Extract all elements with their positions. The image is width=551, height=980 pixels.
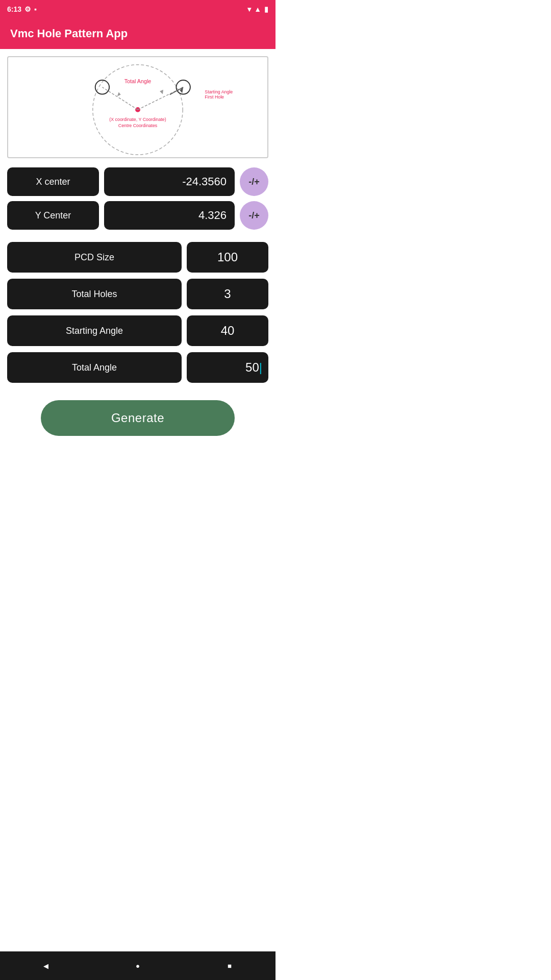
- x-center-row: X center -24.3560 -/+: [7, 167, 268, 196]
- diagram-svg: Total Angle Starting Angle First Hole (X…: [8, 57, 267, 157]
- app-title: Vmc Hole Pattern App: [10, 27, 128, 40]
- svg-text:(X coordinate, Y Coordinate): (X coordinate, Y Coordinate): [109, 117, 166, 122]
- total-angle-row: Total Angle 50: [7, 352, 268, 383]
- svg-marker-10: [117, 92, 121, 96]
- y-center-value[interactable]: 4.326: [104, 201, 235, 230]
- app-bar: Vmc Hole Pattern App: [0, 18, 276, 49]
- total-holes-value[interactable]: 3: [187, 279, 268, 309]
- generate-button[interactable]: Generate: [41, 400, 235, 436]
- svg-text:Total Angle: Total Angle: [124, 78, 152, 84]
- status-bar: 6:13 ⚙ ▪ ▾ ▲ ▮: [0, 0, 276, 18]
- total-holes-row: Total Holes 3: [7, 279, 268, 309]
- signal-icon: ▲: [254, 5, 261, 13]
- x-center-label[interactable]: X center: [7, 167, 99, 196]
- svg-text:Centre Coordinates: Centre Coordinates: [118, 123, 158, 128]
- coordinate-inputs: X center -24.3560 -/+ Y Center 4.326 -/+: [0, 163, 276, 239]
- svg-text:Starting Angle: Starting Angle: [205, 89, 233, 94]
- wifi-icon: ▾: [247, 5, 251, 13]
- total-holes-label[interactable]: Total Holes: [7, 279, 182, 309]
- x-center-toggle[interactable]: -/+: [240, 167, 268, 196]
- status-time: 6:13: [7, 5, 21, 13]
- generate-section: Generate: [0, 392, 276, 446]
- pcd-size-row: PCD Size 100: [7, 242, 268, 273]
- y-center-label[interactable]: Y Center: [7, 201, 99, 230]
- starting-angle-label[interactable]: Starting Angle: [7, 315, 182, 346]
- total-angle-value[interactable]: 50: [187, 352, 268, 383]
- x-center-value[interactable]: -24.3560: [104, 167, 235, 196]
- starting-angle-value[interactable]: 40: [187, 315, 268, 346]
- y-center-row: Y Center 4.326 -/+: [7, 201, 268, 230]
- y-center-toggle[interactable]: -/+: [240, 201, 268, 230]
- simcard-icon: ▪: [34, 5, 37, 13]
- diagram-container: Total Angle Starting Angle First Hole (X…: [7, 56, 268, 158]
- total-angle-label[interactable]: Total Angle: [7, 352, 182, 383]
- svg-text:First Hole: First Hole: [205, 94, 224, 100]
- pcd-size-label[interactable]: PCD Size: [7, 242, 182, 273]
- starting-angle-row: Starting Angle 40: [7, 315, 268, 346]
- settings-icon: ⚙: [24, 5, 31, 13]
- svg-point-2: [176, 80, 190, 94]
- svg-marker-11: [160, 90, 163, 94]
- pcd-size-value[interactable]: 100: [187, 242, 268, 273]
- form-section: PCD Size 100 Total Holes 3 Starting Angl…: [0, 239, 276, 392]
- battery-icon: ▮: [264, 5, 268, 13]
